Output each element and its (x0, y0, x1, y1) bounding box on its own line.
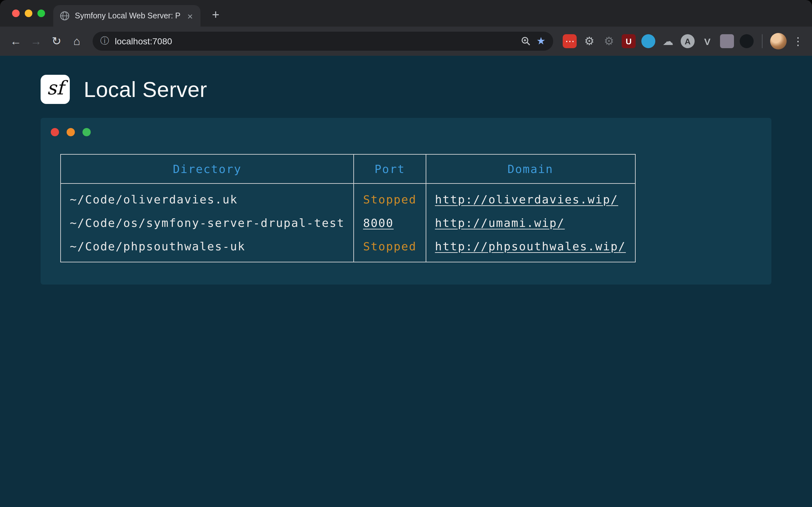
extension-cloud-icon[interactable]: ☁ (661, 34, 675, 48)
extension-octocat-icon[interactable] (740, 34, 754, 48)
directory-cell: ~/Code/os/symfony-server-drupal-test (61, 211, 354, 234)
browser-tab[interactable]: Symfony Local Web Server: Prox × (53, 5, 200, 26)
brand-header: sf Local Server (0, 56, 812, 104)
servers-table: Directory Port Domain ~/Code/oliverdavie… (60, 154, 635, 262)
new-tab-button[interactable]: + (207, 6, 224, 23)
status-stopped: Stopped (363, 239, 417, 253)
browser-window: Symfony Local Web Server: Prox × + ← → ↻… (0, 0, 812, 507)
page-content: sf Local Server Directory Por (0, 56, 812, 507)
browser-toolbar: ← → ↻ ⌂ ⓘ localhost:7080 ★ ⋯ (0, 26, 812, 56)
header-domain: Domain (426, 154, 635, 183)
panel-red-dot-icon (51, 128, 59, 136)
terminal-dots (51, 128, 771, 136)
extension-gray-square-icon[interactable] (720, 34, 734, 48)
port-cell: Stopped (354, 234, 426, 262)
domain-link[interactable]: http://oliverdavies.wip/ (435, 193, 618, 206)
table-header-row: Directory Port Domain (61, 154, 635, 183)
window-zoom-button[interactable] (38, 9, 45, 17)
address-bar[interactable]: ⓘ localhost:7080 ★ (93, 32, 553, 51)
panel-green-dot-icon (83, 128, 91, 136)
extension-red-dots-icon[interactable]: ⋯ (563, 34, 577, 48)
domain-cell: http://umami.wip/ (426, 211, 635, 234)
table-row: ~/Code/oliverdavies.uk Stopped http://ol… (61, 183, 635, 211)
table-row: ~/Code/os/symfony-server-drupal-test 800… (61, 211, 635, 234)
symfony-logo: sf (41, 75, 70, 104)
domain-link[interactable]: http://phpsouthwales.wip/ (435, 239, 626, 253)
extension-letter-a-icon[interactable]: A (681, 34, 695, 48)
home-button[interactable]: ⌂ (67, 32, 86, 51)
window-close-button[interactable] (12, 9, 20, 17)
page-info-icon[interactable]: ⓘ (100, 36, 109, 47)
domain-cell: http://oliverdavies.wip/ (426, 183, 635, 211)
port-cell: Stopped (354, 183, 426, 211)
profile-avatar[interactable] (770, 33, 786, 49)
header-directory: Directory (61, 154, 354, 183)
extension-gear-dark-icon[interactable]: ⚙ (602, 34, 616, 48)
directory-cell: ~/Code/phpsouthwales-uk (61, 234, 354, 262)
tab-title: Symfony Local Web Server: Prox (75, 11, 181, 20)
directory-cell: ~/Code/oliverdavies.uk (61, 183, 354, 211)
domain-link[interactable]: http://umami.wip/ (435, 216, 565, 229)
header-port: Port (354, 154, 426, 183)
extension-blue-circle-icon[interactable] (641, 34, 655, 48)
tab-close-icon[interactable]: × (186, 10, 194, 22)
port-cell: 8000 (354, 211, 426, 234)
tab-strip: Symfony Local Web Server: Prox × + (0, 0, 812, 26)
status-stopped: Stopped (363, 193, 417, 206)
domain-cell: http://phpsouthwales.wip/ (426, 234, 635, 262)
toolbar-divider (762, 34, 763, 48)
port-link[interactable]: 8000 (363, 216, 394, 229)
table-row: ~/Code/phpsouthwales-uk Stopped http://p… (61, 234, 635, 262)
extension-gear-light-icon[interactable]: ⚙ (582, 34, 596, 48)
forward-button[interactable]: → (27, 32, 46, 51)
server-panel: Directory Port Domain ~/Code/oliverdavie… (41, 118, 771, 285)
page-title: Local Server (84, 77, 207, 102)
extensions-bar: ⋯ ⚙ ⚙ U ☁ A V (560, 34, 757, 48)
reload-button[interactable]: ↻ (47, 32, 66, 51)
bookmark-star-icon[interactable]: ★ (537, 36, 546, 46)
panel-orange-dot-icon (67, 128, 75, 136)
url-text[interactable]: localhost:7080 (115, 36, 515, 46)
window-minimize-button[interactable] (25, 9, 32, 17)
browser-menu-icon[interactable]: ⋮ (791, 35, 806, 48)
extension-ublock-icon[interactable]: U (622, 34, 636, 48)
tab-favicon-globe-icon (60, 11, 70, 21)
back-button[interactable]: ← (6, 32, 26, 51)
zoom-icon[interactable] (520, 36, 531, 46)
window-controls (12, 9, 45, 17)
extension-letter-v-icon[interactable]: V (700, 34, 714, 48)
